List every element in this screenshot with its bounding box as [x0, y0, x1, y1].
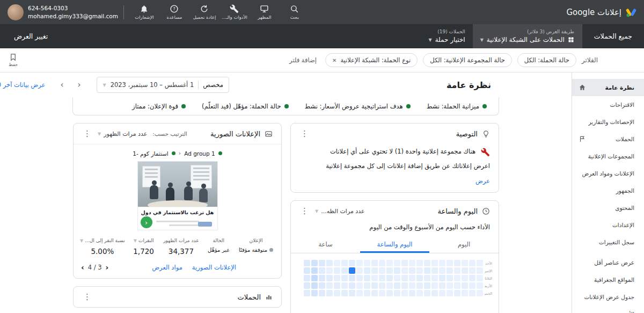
sidebar-item-campaigns[interactable]: الحملات — [572, 130, 644, 148]
filter-chip-adgroup-status[interactable]: حالة المجموعة الإعلانية: الكل — [423, 53, 512, 67]
sidebar-item-audiences[interactable]: الجمهور — [572, 182, 644, 199]
heatmap-cell — [401, 282, 408, 289]
ad-creative-preview[interactable]: هل ترغب بالاستثمار في دول ‹ — [137, 161, 218, 230]
sidebar-item-devices[interactable]: الأجهزة — [572, 305, 644, 313]
campaign-picker-value: اختيار حملة — [435, 36, 465, 43]
appearance-button[interactable]: المظهر — [250, 4, 280, 20]
heatmap-cell — [326, 282, 333, 289]
date-range-picker[interactable]: مخصص 1 أغسطس – 10 سبتمبر، 2023 ▼ — [97, 77, 229, 93]
heatmap-cell — [469, 267, 475, 274]
sidebar-item-locations[interactable]: المواقع الجغرافية — [572, 271, 644, 288]
help-icon: ? — [170, 4, 179, 13]
heatmap-cell — [319, 260, 325, 266]
display-ads-card-title: الإعلانات الصورية — [210, 130, 260, 138]
tab-day-and-hour[interactable]: اليوم والساعة — [360, 236, 429, 253]
sidebar-item-label: سجل التغييرات — [599, 239, 634, 245]
change-view-button[interactable]: تغيير العرض — [0, 24, 62, 48]
heatmap-cell — [356, 267, 363, 274]
heatmap-cell — [447, 260, 453, 266]
previous-period-button[interactable]: ‹ — [56, 79, 68, 91]
tools-label: الأدوات والـ... — [222, 14, 247, 20]
filter-chip-campaign-status[interactable]: حالة الحملة: الكل — [517, 53, 576, 67]
add-filter-button[interactable]: إضافة فلتر — [289, 56, 317, 64]
heatmap-cell — [319, 275, 325, 281]
display-ads-link[interactable]: الإعلانات الصورية — [192, 264, 236, 271]
heatmap-cell — [356, 275, 363, 281]
pagination-next-icon[interactable]: › — [106, 263, 109, 272]
filter-chip-campaign-type[interactable]: نوع الحملة: الشبكة الإعلانية ✕ — [325, 53, 418, 67]
kebab-menu-icon[interactable]: ⋮ — [299, 206, 310, 216]
heatmap-cell — [379, 267, 385, 274]
remove-filter-icon[interactable]: ✕ — [332, 57, 336, 63]
heatmap-cell — [477, 260, 483, 266]
filter-bar: الفلاتر حالة الحملة: الكل حالة المجموعة … — [0, 48, 644, 72]
chevron-down-icon: ▼ — [103, 83, 106, 88]
tools-button[interactable]: الأدوات والـ... — [219, 4, 250, 20]
overview-content: نظرة عامة مخصص 1 أغسطس – 10 سبتمبر، 2023… — [0, 72, 572, 313]
lightbulb-icon — [482, 130, 490, 138]
reload-button[interactable]: إعادة تحميل — [189, 4, 219, 20]
metric-dropdown[interactable]: عدد مرات الظه... ▼ — [315, 208, 365, 215]
topbar-divider — [123, 5, 124, 19]
sidebar-item-label: الأجهزة — [617, 311, 634, 313]
heatmap-cell — [401, 275, 408, 281]
account-text: 624-564-0303 mohamed.gimy333@gmail.com — [28, 4, 118, 19]
next-period-button[interactable]: › — [73, 79, 85, 91]
heatmap-cell — [409, 290, 415, 296]
sidebar-item-ad-groups[interactable]: المجموعات الإعلانية — [572, 148, 644, 165]
view-mode-switcher[interactable]: طريقة العرض (3 فلاتر) الحملات على الشبكة… — [473, 24, 582, 48]
reload-label: إعادة تحميل — [193, 14, 216, 20]
status-green-dot — [406, 104, 411, 108]
display-card-footer: الإعلانات الصورية مواد العرض ‹ 4 / 3 › — [74, 258, 281, 278]
pagination-previous-icon[interactable]: ‹ — [81, 263, 84, 272]
heatmap-cell — [416, 267, 423, 274]
sidebar-item-insights-reports[interactable]: الإحصاءات والتقارير — [572, 113, 644, 130]
google-ads-app: إعلانات Google بحث المظهر الأدوات والـ..… — [0, 0, 644, 313]
sidebar-item-recommendations[interactable]: الاقتراحات — [572, 96, 644, 113]
show-last-30-days-link[interactable]: عرض بيانات آخر 30 يومًا — [0, 81, 45, 89]
save-label: حفظ — [9, 62, 18, 67]
sort-by-dropdown[interactable]: عدد مرات الظهور ▼ — [98, 130, 147, 137]
ad-name[interactable]: استثمار كوم -1 — [133, 150, 168, 157]
kebab-menu-icon[interactable]: ⋮ — [299, 129, 310, 139]
chevron-down-icon[interactable]: ▼ — [134, 238, 137, 243]
sidebar-item-change-history[interactable]: سجل التغييرات — [572, 234, 644, 251]
avatar[interactable] — [8, 4, 24, 20]
ad-cta-arrow-button[interactable]: ‹ — [141, 216, 152, 228]
sidebar-item-show-fewer[interactable]: عرض عناصر أقل — [572, 254, 644, 271]
search-button[interactable]: بحث — [280, 4, 310, 20]
assets-link[interactable]: مواد العرض — [152, 264, 182, 271]
sidebar-item-overview[interactable]: نظرة عامة — [572, 79, 644, 96]
heatmap-cell — [371, 290, 378, 296]
ad-group-name[interactable]: Ad group 1 — [184, 150, 215, 157]
tab-hour[interactable]: ساعة — [291, 236, 360, 253]
account-info[interactable]: 624-564-0303 mohamed.gimy333@gmail.com — [8, 4, 118, 20]
heatmap-cell — [326, 267, 333, 274]
status-item-campaign-status: حالة الحملة: مؤهّل (قيد التعلّم) — [202, 103, 289, 110]
sidebar-item-settings[interactable]: الإعدادات — [572, 216, 644, 234]
tab-day[interactable]: اليوم — [429, 236, 499, 253]
help-button[interactable]: ? مساعدة — [159, 4, 189, 20]
sidebar-item-ads-assets[interactable]: الإعلانات ومواد العرض — [572, 165, 644, 182]
text-placeholder-bar — [156, 221, 199, 222]
sidebar-item-ad-schedule[interactable]: جدول عرض الإعلانات — [572, 288, 644, 305]
heatmap-cell — [431, 260, 438, 266]
heatmap-cell — [341, 275, 348, 281]
save-filters-button[interactable]: حفظ — [9, 53, 18, 67]
heatmap-cell — [462, 282, 468, 289]
heatmap-cell — [311, 267, 318, 274]
view-recommendation-link[interactable]: عرض — [291, 170, 499, 192]
heatmap-cell — [462, 275, 468, 281]
all-campaigns-menu[interactable]: جميع الحملات — [582, 24, 644, 48]
sort-by-value: عدد مرات الظهور — [104, 130, 147, 137]
campaign-picker[interactable]: الحملات (19) اختيار حملة ▼ — [421, 24, 473, 48]
kebab-menu-icon[interactable]: ⋮ — [82, 292, 92, 302]
sidebar-item-content[interactable]: المحتوى — [572, 199, 644, 216]
heatmap-cell — [349, 260, 355, 266]
heatmap-cell — [447, 290, 453, 296]
sidebar-item-label: الجمهور — [616, 187, 634, 194]
wrench-icon — [230, 4, 239, 13]
chevron-down-icon[interactable]: ▼ — [80, 238, 83, 243]
notifications-button[interactable]: الإشعارات — [129, 4, 159, 20]
kebab-menu-icon[interactable]: ⋮ — [82, 129, 92, 139]
